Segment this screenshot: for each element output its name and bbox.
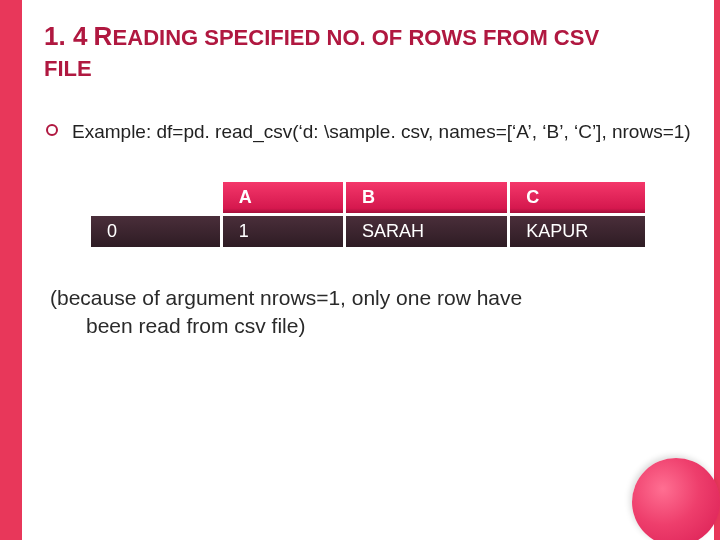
example-bullet: Example: df=pd. read_csv(‘d: \sample. cs…: [44, 119, 692, 145]
heading-number: 1. 4: [44, 21, 87, 51]
col-header-B: B: [346, 182, 507, 213]
heading-rest: EADING SPECIFIED NO. OF ROWS FROM CSV: [113, 25, 599, 50]
cell-C: KAPUR: [510, 216, 645, 247]
row-index: 0: [91, 216, 220, 247]
heading-lead-cap: R: [94, 21, 113, 51]
note-line2: been read from csv file): [50, 312, 672, 340]
decorative-sphere-icon: [632, 458, 720, 540]
table-row: 0 1 SARAH KAPUR: [91, 216, 645, 247]
bullet-icon: [46, 124, 58, 136]
cell-A: 1: [223, 216, 343, 247]
heading-line2: FILE: [44, 56, 92, 81]
data-table: A B C 0 1 SARAH KAPUR: [88, 179, 648, 250]
table-header-row: A B C: [91, 182, 645, 213]
slide-frame: 1. 4 READING SPECIFIED NO. OF ROWS FROM …: [0, 0, 720, 540]
explanation-note: (because of argument nrows=1, only one r…: [44, 284, 692, 341]
cell-B: SARAH: [346, 216, 507, 247]
slide-heading: 1. 4 READING SPECIFIED NO. OF ROWS FROM …: [44, 18, 692, 85]
note-line1: (because of argument nrows=1, only one r…: [50, 286, 522, 309]
table-corner-cell: [91, 182, 220, 213]
col-header-C: C: [510, 182, 645, 213]
col-header-A: A: [223, 182, 343, 213]
example-text: Example: df=pd. read_csv(‘d: \sample. cs…: [72, 119, 692, 145]
